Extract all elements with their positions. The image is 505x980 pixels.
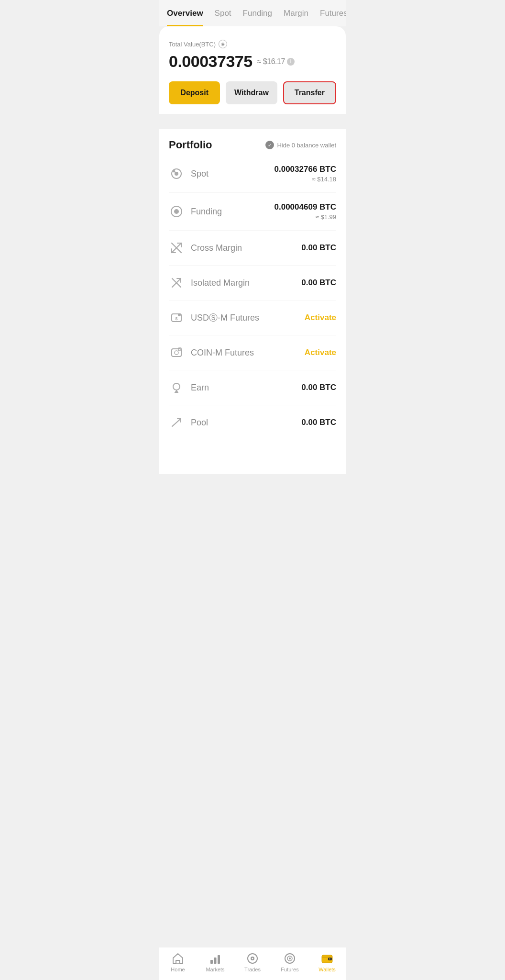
transfer-button[interactable]: Transfer	[283, 81, 336, 104]
coin-futures-icon	[169, 345, 184, 360]
coin-futures-activate[interactable]: Activate	[305, 348, 336, 357]
nav-item-futures[interactable]: Futures	[320, 9, 346, 26]
hide-value-icon[interactable]	[219, 40, 227, 48]
cross-margin-label: Cross Margin	[191, 243, 242, 253]
info-icon[interactable]: i	[287, 58, 295, 66]
svg-rect-22	[176, 960, 180, 963]
section-divider	[159, 125, 346, 129]
cross-margin-btc: 0.00 BTC	[301, 243, 336, 253]
nav-item-overview[interactable]: Overview	[167, 9, 203, 26]
svg-point-4	[174, 209, 179, 214]
svg-point-31	[289, 958, 291, 959]
nav-item-spot[interactable]: Spot	[215, 9, 231, 26]
coin-futures-label: COIN-M Futures	[191, 348, 254, 358]
svg-point-11	[178, 313, 181, 316]
home-label: Home	[171, 967, 185, 972]
usds-futures-activate[interactable]: Activate	[305, 313, 336, 323]
svg-rect-23	[210, 960, 213, 964]
top-navigation: Overview Spot Funding Margin Futures	[159, 0, 346, 26]
isolated-margin-label: Isolated Margin	[191, 278, 250, 288]
svg-point-13	[175, 351, 178, 355]
portfolio-item-spot[interactable]: Spot 0.00032766 BTC ≈ $14.18	[169, 155, 336, 193]
earn-icon	[169, 380, 184, 395]
markets-icon	[209, 952, 221, 965]
hide-balance-toggle[interactable]: Hide 0 balance wallet	[265, 141, 336, 149]
isolated-margin-btc: 0.00 BTC	[301, 278, 336, 288]
portfolio-header: Portfolio Hide 0 balance wallet	[169, 139, 336, 151]
nav-item-funding[interactable]: Funding	[243, 9, 272, 26]
usd-approx: ≈ $16.17 i	[257, 57, 295, 66]
usds-futures-icon: $	[169, 310, 184, 325]
btc-amount-display: 0.00037375 ≈ $16.17 i	[169, 52, 336, 71]
markets-label: Markets	[206, 967, 224, 972]
funding-label: Funding	[191, 207, 222, 217]
pool-btc: 0.00 BTC	[301, 418, 336, 427]
spot-label: Spot	[191, 169, 209, 179]
futures-label: Futures	[281, 967, 298, 972]
svg-point-35	[329, 958, 330, 959]
check-icon	[265, 141, 274, 149]
bottom-nav-home[interactable]: Home	[164, 952, 192, 972]
usds-futures-label: USDⓈ-M Futures	[191, 312, 259, 323]
portfolio-item-funding[interactable]: Funding 0.00004609 BTC ≈ $1.99	[169, 193, 336, 231]
svg-rect-24	[214, 958, 217, 964]
portfolio-item-isolated-margin[interactable]: Isolated Margin 0.00 BTC	[169, 266, 336, 301]
home-icon	[172, 952, 184, 965]
svg-point-15	[173, 383, 180, 390]
futures-icon	[284, 952, 296, 965]
bottom-nav-trades[interactable]: Trades	[238, 952, 267, 972]
portfolio-item-pool[interactable]: Pool 0.00 BTC	[169, 405, 336, 440]
svg-point-1	[175, 172, 178, 176]
svg-point-2	[173, 170, 176, 173]
spot-icon	[169, 166, 184, 181]
bottom-nav-wallets[interactable]: Wallets	[313, 952, 341, 972]
bottom-navigation: Home Markets Trades	[159, 947, 346, 980]
nav-item-margin[interactable]: Margin	[284, 9, 308, 26]
funding-btc: 0.00004609 BTC	[274, 202, 336, 212]
bottom-nav-markets[interactable]: Markets	[201, 952, 230, 972]
svg-text:$: $	[175, 316, 177, 321]
spacer	[169, 440, 336, 474]
trades-label: Trades	[244, 967, 261, 972]
funding-usd: ≈ $1.99	[274, 213, 336, 221]
spot-usd: ≈ $14.18	[274, 176, 336, 183]
earn-btc: 0.00 BTC	[301, 383, 336, 392]
trades-icon	[246, 952, 259, 965]
main-card: Total Value(BTC) 0.00037375 ≈ $16.17 i D…	[159, 26, 346, 114]
portfolio-item-cross-margin[interactable]: Cross Margin 0.00 BTC	[169, 231, 336, 266]
withdraw-button[interactable]: Withdraw	[226, 81, 277, 104]
funding-icon	[169, 204, 184, 219]
portfolio-item-coin-futures[interactable]: COIN-M Futures Activate	[169, 335, 336, 370]
portfolio-item-earn[interactable]: Earn 0.00 BTC	[169, 370, 336, 405]
svg-line-19	[172, 419, 181, 426]
portfolio-title: Portfolio	[169, 139, 212, 151]
earn-label: Earn	[191, 383, 209, 393]
action-buttons: Deposit Withdraw Transfer	[169, 81, 336, 104]
pool-label: Pool	[191, 418, 208, 428]
spot-btc: 0.00032766 BTC	[274, 165, 336, 174]
wallets-label: Wallets	[318, 967, 336, 972]
total-value-label: Total Value(BTC)	[169, 40, 336, 48]
pool-icon	[169, 415, 184, 430]
portfolio-section: Portfolio Hide 0 balance wallet Spot 0.0…	[159, 129, 346, 474]
isolated-margin-icon	[169, 275, 184, 290]
svg-rect-36	[322, 957, 332, 958]
wallets-icon	[321, 952, 333, 965]
svg-point-28	[252, 958, 253, 959]
deposit-button[interactable]: Deposit	[169, 81, 220, 104]
svg-rect-25	[218, 955, 220, 964]
portfolio-item-usds-futures[interactable]: $ USDⓈ-M Futures Activate	[169, 301, 336, 335]
svg-rect-12	[172, 349, 181, 356]
cross-margin-icon	[169, 240, 184, 256]
bottom-nav-futures[interactable]: Futures	[275, 952, 304, 972]
